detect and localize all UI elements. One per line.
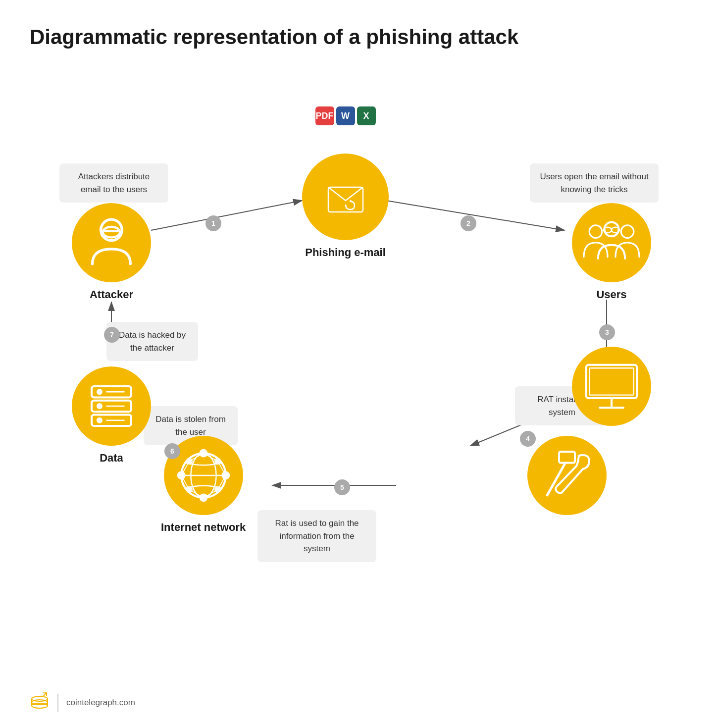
footer-logo-icon — [30, 692, 50, 713]
footer-website: cointelegraph.com — [66, 698, 135, 708]
computer-circle — [572, 347, 651, 426]
step-badge-3: 3 — [599, 324, 615, 340]
pdf-icon: PDF — [315, 106, 334, 125]
step-badge-1: 1 — [205, 215, 221, 231]
data-label: Data — [100, 452, 123, 465]
info-box-step2: Users open the email without knowing the… — [530, 163, 659, 203]
page-title: Diagrammatic representation of a phishin… — [30, 25, 688, 50]
node-users: Users — [572, 203, 651, 301]
users-circle — [572, 203, 651, 282]
data-circle — [72, 366, 151, 446]
footer-divider — [57, 694, 58, 712]
attacker-label: Attacker — [90, 288, 133, 301]
svg-rect-24 — [559, 452, 575, 463]
step-badge-5: 5 — [334, 479, 350, 495]
node-tools — [527, 436, 607, 515]
svg-point-56 — [32, 696, 48, 701]
internet-icon — [172, 444, 235, 507]
excel-icon: X — [357, 106, 376, 125]
page-container: Diagrammatic representation of a phishin… — [0, 0, 718, 728]
svg-point-48 — [98, 390, 102, 394]
attacker-circle — [72, 203, 151, 282]
step-badge-2: 2 — [461, 215, 476, 231]
node-attacker: Attacker — [72, 203, 151, 301]
svg-point-49 — [98, 404, 102, 408]
tools-icon — [535, 444, 599, 507]
info-box-step7: Data is hacked by the attacker — [106, 322, 198, 361]
node-data: Data — [72, 366, 151, 465]
logo-svg — [30, 692, 50, 710]
svg-point-13 — [350, 200, 352, 202]
tools-circle — [527, 436, 607, 515]
data-icon — [80, 374, 143, 438]
node-phishing-email: PDF W X Phishing e-mail — [302, 129, 389, 259]
svg-line-2 — [151, 201, 302, 230]
app-icons: PDF W X — [315, 106, 376, 125]
svg-rect-21 — [589, 368, 634, 395]
node-computer — [572, 347, 651, 426]
phishing-email-label: Phishing e-mail — [305, 246, 386, 259]
attacker-icon — [80, 211, 143, 274]
svg-point-15 — [621, 225, 634, 238]
phishing-email-circle — [302, 154, 389, 240]
word-icon: W — [336, 106, 355, 125]
footer: cointelegraph.com — [30, 692, 135, 713]
computer-icon — [580, 355, 643, 418]
internet-label: Internet network — [161, 521, 246, 534]
envelope-icon — [326, 180, 365, 214]
svg-point-50 — [98, 418, 102, 422]
svg-point-14 — [589, 225, 602, 238]
svg-rect-20 — [586, 365, 637, 398]
diagram-area: 1 2 3 4 5 6 7 Attackers distribute email… — [30, 79, 688, 674]
users-label: Users — [596, 288, 626, 301]
info-box-step5: Rat is used to gain the information from… — [257, 510, 376, 562]
users-icon — [580, 211, 643, 274]
info-box-step1: Attackers distribute email to the users — [59, 163, 168, 203]
svg-point-10 — [103, 227, 120, 237]
